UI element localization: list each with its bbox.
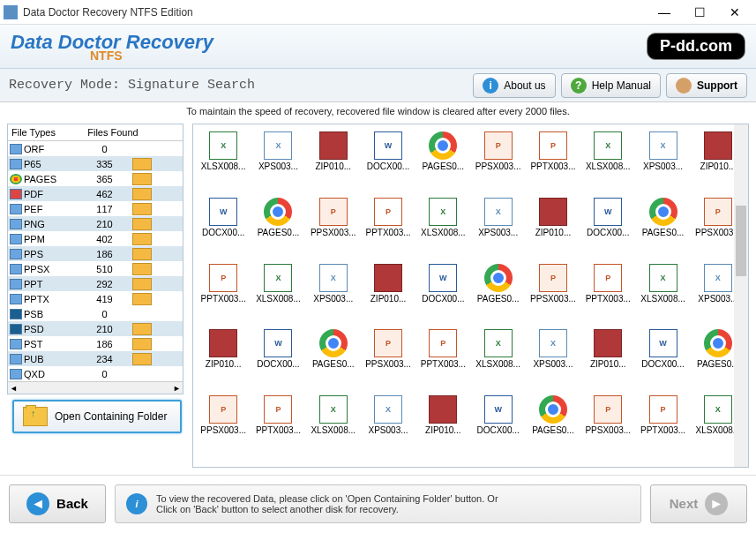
maximize-button[interactable]: ☐ — [682, 2, 717, 23]
file-item[interactable]: P PPTX003... — [197, 264, 250, 319]
file-item[interactable]: W DOCX00... — [471, 395, 524, 450]
file-type-row[interactable]: PPT 292 — [8, 276, 183, 291]
file-label: PPSX003... — [475, 161, 521, 171]
file-type-row[interactable]: PPS 186 — [8, 246, 183, 261]
file-type-row[interactable]: PSB 0 — [8, 306, 183, 321]
file-item[interactable]: P PPTX003... — [581, 264, 634, 319]
file-item[interactable]: PAGES0... — [307, 329, 360, 384]
file-item[interactable]: P PPTX003... — [251, 395, 304, 450]
file-item[interactable]: X XPS003... — [527, 329, 580, 384]
file-label: XLSX008... — [640, 294, 685, 304]
file-item[interactable]: W DOCX00... — [581, 198, 634, 252]
minimize-button[interactable]: — — [647, 2, 682, 23]
file-item[interactable]: X XPS003... — [251, 131, 304, 186]
back-button[interactable]: ◄ Back — [9, 484, 106, 523]
file-label: PPTX003... — [530, 161, 575, 171]
file-item[interactable]: P PPTX003... — [527, 131, 580, 186]
file-item[interactable]: X XLSX008... — [197, 131, 250, 186]
file-type-icon — [10, 234, 22, 244]
file-item[interactable]: X XLSX008... — [471, 329, 524, 384]
file-item[interactable]: P PPTX003... — [416, 329, 469, 384]
file-type-row[interactable]: PST 186 — [8, 336, 183, 351]
file-item[interactable]: P PPSX003... — [307, 198, 360, 252]
file-item[interactable]: X XLSX008... — [251, 264, 304, 319]
file-count-bar — [132, 323, 152, 335]
file-item[interactable]: X XLSX008... — [416, 198, 469, 252]
file-label: PAGES0... — [697, 359, 739, 369]
file-type-row[interactable]: PSD 210 — [8, 321, 183, 336]
file-type-row[interactable]: PPSX 510 — [8, 261, 183, 276]
file-type-row[interactable]: ORF 0 — [8, 141, 183, 156]
file-type-name: PPS — [24, 249, 80, 259]
file-label: PPSX003... — [585, 425, 631, 435]
file-item[interactable]: X XLSX008... — [636, 264, 689, 319]
file-item[interactable]: PAGES0... — [636, 198, 689, 252]
horizontal-scrollbar[interactable]: ◄► — [8, 381, 183, 394]
file-type-row[interactable]: PDF 462 — [8, 186, 183, 201]
file-item[interactable]: X XLSX008... — [581, 131, 634, 186]
file-type-row[interactable]: PPTX 419 — [8, 291, 183, 306]
open-containing-folder-button[interactable]: Open Containing Folder — [12, 400, 182, 433]
file-item[interactable]: P PPSX003... — [197, 395, 250, 450]
file-icon: W — [429, 264, 457, 292]
file-item[interactable]: ZIP010... — [416, 395, 469, 450]
file-item[interactable]: P PPSX003... — [527, 264, 580, 319]
file-item[interactable]: ZIP010... — [527, 198, 580, 252]
file-item[interactable]: PAGES0... — [471, 264, 524, 319]
file-item[interactable]: X XPS003... — [307, 264, 360, 319]
file-item[interactable]: P PPSX003... — [581, 395, 634, 450]
file-item[interactable]: W DOCX00... — [362, 131, 415, 186]
file-count-bar — [132, 263, 152, 275]
file-icon: P — [539, 131, 567, 160]
next-button[interactable]: Next ► — [650, 484, 747, 523]
file-item[interactable]: X XPS003... — [636, 131, 689, 186]
about-label: About us — [504, 79, 545, 92]
logo-sub: NTFS — [90, 49, 213, 63]
file-type-row[interactable]: PNG 210 — [8, 216, 183, 231]
file-type-icon — [10, 309, 22, 319]
support-button[interactable]: Support — [666, 73, 747, 98]
file-grid[interactable]: X XLSX008...X XPS003... ZIP010...W DOCX0… — [193, 124, 748, 467]
file-item[interactable]: ZIP010... — [581, 329, 634, 384]
file-type-count: 234 — [80, 354, 129, 364]
file-icon: P — [264, 395, 292, 424]
scrollbar-thumb[interactable] — [736, 206, 746, 276]
file-type-row[interactable]: PPM 402 — [8, 231, 183, 246]
file-item[interactable]: ZIP010... — [307, 131, 360, 186]
file-item[interactable]: W DOCX00... — [197, 198, 250, 252]
file-item[interactable]: P PPSX003... — [471, 131, 524, 186]
file-icon: W — [649, 329, 677, 357]
file-item[interactable]: X XPS003... — [471, 198, 524, 252]
file-type-name: PST — [24, 339, 80, 349]
file-item[interactable]: W DOCX00... — [416, 264, 469, 319]
file-item[interactable]: PAGES0... — [527, 395, 580, 450]
file-types-list[interactable]: ORF 0 P65 335 PAGES 365 PDF 462 PEF 117 … — [8, 141, 183, 381]
file-type-row[interactable]: PAGES 365 — [8, 171, 183, 186]
file-item[interactable]: X XPS003... — [362, 395, 415, 450]
file-label: XLSX008... — [311, 425, 356, 435]
file-item[interactable]: PAGES0... — [251, 198, 304, 252]
file-item[interactable]: P PPTX003... — [636, 395, 689, 450]
file-type-count: 335 — [80, 159, 129, 169]
file-label: PPSX003... — [530, 294, 576, 304]
file-count-bar — [132, 173, 152, 185]
file-item[interactable]: ZIP010... — [197, 329, 250, 384]
file-type-row[interactable]: P65 335 — [8, 156, 183, 171]
help-manual-button[interactable]: ? Help Manual — [561, 73, 661, 98]
file-item[interactable]: ZIP010... — [362, 264, 415, 319]
file-item[interactable]: W DOCX00... — [636, 329, 689, 384]
file-item[interactable]: W DOCX00... — [251, 329, 304, 384]
close-button[interactable]: ✕ — [717, 2, 752, 23]
file-item[interactable]: P PPTX003... — [362, 198, 415, 252]
file-type-row[interactable]: PEF 117 — [8, 201, 183, 216]
file-icon: P — [594, 395, 622, 424]
about-us-button[interactable]: i About us — [473, 73, 555, 98]
file-item[interactable]: PAGES0... — [416, 131, 469, 186]
file-type-row[interactable]: PUB 234 — [8, 351, 183, 366]
file-type-row[interactable]: QXD 0 — [8, 366, 183, 381]
vertical-scrollbar[interactable] — [734, 124, 748, 467]
file-icon — [539, 198, 567, 226]
col-file-types: File Types — [11, 127, 82, 138]
file-item[interactable]: X XLSX008... — [307, 395, 360, 450]
file-item[interactable]: P PPSX003... — [362, 329, 415, 384]
